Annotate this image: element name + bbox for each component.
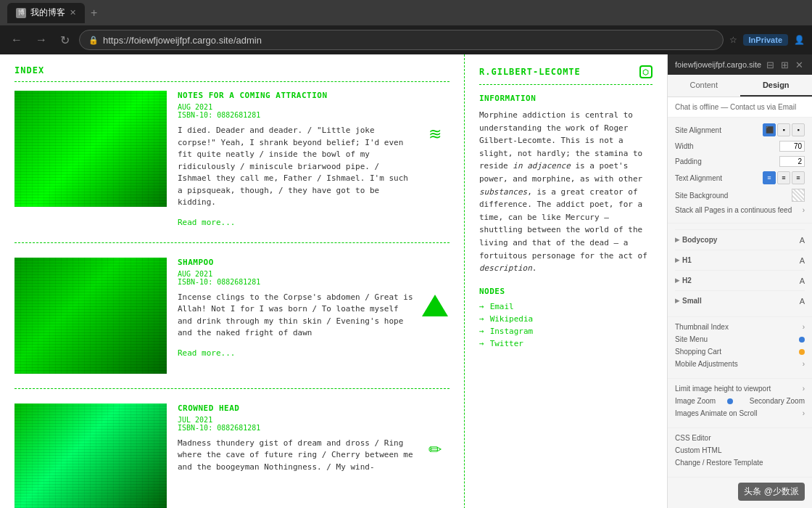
read-more-2[interactable]: Read more...: [178, 348, 235, 358]
node-link-email[interactable]: Email: [490, 302, 652, 311]
custom-html-row[interactable]: Custom HTML: [675, 446, 805, 454]
bodycopy-row[interactable]: ▶ Bodycopy A: [675, 229, 805, 250]
text-align-left-button[interactable]: ≡: [763, 171, 776, 184]
active-tab[interactable]: 博 我的博客 ✕: [7, 3, 85, 23]
site-menu-dot: [799, 337, 805, 343]
post-meta-1: AUG 2021 ISBN-10: 0882681281: [178, 103, 450, 119]
url-bar[interactable]: 🔒 https://foiewfjoweijfpf.cargo.site/adm…: [79, 30, 724, 50]
post-content-1: NOTES FOR A COMING ATTRACTION AUG 2021 I…: [178, 91, 450, 228]
shopping-cart-dot: [799, 349, 805, 355]
alignment-buttons: ⬛ ▪ ▪: [763, 123, 805, 136]
site-alignment-row: Site Alignment ⬛ ▪ ▪: [675, 123, 805, 136]
h1-text: H1: [682, 256, 692, 264]
post-image-inner-1: [14, 91, 167, 207]
padding-input[interactable]: 2: [779, 156, 805, 167]
post-image-inner-3: [14, 403, 167, 509]
text-align-center-button[interactable]: ≡: [777, 171, 790, 184]
information-text: Morphine addiction is central to underst…: [479, 109, 652, 275]
nav-right: ☆ InPrivate 👤: [729, 34, 805, 46]
reload-button[interactable]: ↻: [57, 32, 73, 49]
tab-design[interactable]: Design: [740, 75, 813, 97]
nodes-grid: → Email → Wikipedia → Instagram → Twitte…: [479, 302, 652, 348]
back-button[interactable]: ←: [7, 32, 26, 48]
thumbnail-index-arrow: ›: [803, 323, 805, 331]
text-alignment-buttons: ≡ ≡ ≡: [763, 171, 805, 184]
post-image-pattern-1: [14, 91, 167, 207]
post-content-3: CROWNED HEAD JUL 2021 ISBN-10: 088268128…: [178, 403, 450, 509]
background-pattern-swatch[interactable]: [792, 189, 805, 202]
css-editor-row[interactable]: CSS Editor: [675, 434, 805, 442]
stack-pages-label: Stack all Pages in a continuous feed: [675, 206, 792, 214]
padding-row: Padding 2: [675, 156, 805, 167]
node-link-wikipedia[interactable]: Wikipedia: [490, 314, 652, 324]
instagram-icon[interactable]: ⬡: [639, 65, 652, 78]
text-align-right-button[interactable]: ≡: [792, 171, 805, 184]
limit-image-row: Limit image height to viewport ›: [675, 385, 805, 393]
window-close-button[interactable]: ✕: [793, 59, 805, 70]
new-tab-button[interactable]: +: [88, 7, 100, 20]
post-body-1: I died. Deader and deader. / "Little jok…: [178, 125, 415, 209]
post-image-2: [14, 258, 167, 374]
node-arrow-3: →: [479, 339, 484, 348]
image-zoom-dot: [727, 398, 733, 404]
node-link-instagram[interactable]: Instagram: [490, 327, 652, 336]
admin-header: foiewfjoweijfpf.cargo.site ⊟ ⊞ ✕: [668, 54, 812, 75]
index-label: INDEX: [14, 65, 450, 82]
h1-row[interactable]: ▶ H1 A: [675, 250, 805, 270]
window-max-button[interactable]: ⊞: [779, 59, 790, 70]
post-isbn-2: ISBN-10: 0882681281: [178, 278, 260, 286]
text-alignment-label: Text Alignment: [675, 174, 722, 182]
width-label: Width: [675, 142, 694, 150]
images-animate-row: Images Animate on Scroll ›: [675, 409, 805, 417]
star-icon[interactable]: ☆: [729, 35, 737, 45]
image-zoom-label: Image Zoom: [675, 397, 716, 405]
images-animate-label: Images Animate on Scroll: [675, 409, 757, 417]
width-input[interactable]: 70: [779, 141, 805, 152]
post-image-1: [14, 91, 167, 207]
tab-content[interactable]: Content: [668, 75, 740, 97]
advanced-section: CSS Editor Custom HTML Change / Restore …: [668, 428, 812, 478]
site-menu-row[interactable]: Site Menu: [675, 335, 805, 343]
small-label: ▶ Small: [675, 294, 702, 308]
post-image-inner-2: [14, 258, 167, 374]
post-meta-2: AUG 2021 ISBN-10: 0882681281: [178, 270, 450, 286]
change-template-row[interactable]: Change / Restore Template: [675, 459, 805, 467]
tab-close-button[interactable]: ✕: [70, 8, 76, 17]
shopping-cart-row[interactable]: Shopping Cart: [675, 348, 805, 356]
post-image-pattern-3: [14, 403, 167, 509]
h2-type-icon: A: [800, 276, 805, 285]
change-template-label: Change / Restore Template: [675, 459, 763, 467]
mobile-adjustments-row[interactable]: Mobile Adjustments ›: [675, 360, 805, 368]
small-row[interactable]: ▶ Small A: [675, 290, 805, 311]
site-background-row: Site Background: [675, 189, 805, 202]
limit-image-arrow: ›: [803, 385, 805, 393]
profile-icon[interactable]: 👤: [794, 35, 805, 45]
site-menu-label: Site Menu: [675, 335, 708, 343]
stack-pages-arrow: ›: [803, 206, 805, 214]
node-arrow-0: →: [479, 302, 484, 311]
shopping-cart-label: Shopping Cart: [675, 348, 721, 356]
thumbnail-index-row[interactable]: Thumbnail Index ›: [675, 323, 805, 331]
read-more-1[interactable]: Read more...: [178, 218, 235, 227]
stack-pages-row: Stack all Pages in a continuous feed ›: [675, 206, 805, 214]
images-animate-arrow: ›: [803, 409, 805, 417]
image-section: Limit image height to viewport › Image Z…: [668, 379, 812, 428]
post-date-2: AUG 2021: [178, 270, 212, 278]
h2-row[interactable]: ▶ H2 A: [675, 270, 805, 290]
post-title-3: CROWNED HEAD: [178, 403, 450, 413]
css-editor-label: CSS Editor: [675, 434, 710, 442]
align-center-button[interactable]: ▪: [777, 123, 790, 136]
information-heading: INFORMATION: [479, 94, 652, 103]
post-icon-wavy: ≋: [420, 125, 450, 144]
website-view: INDEX NOTES FOR A COMING ATTRACTION AUG …: [0, 54, 667, 508]
align-right-button[interactable]: ▪: [792, 123, 805, 136]
width-row: Width 70: [675, 141, 805, 152]
post-icon-pencil: ✏: [420, 441, 450, 459]
website-content: INDEX NOTES FOR A COMING ATTRACTION AUG …: [0, 54, 667, 508]
h1-label: ▶ H1: [675, 253, 692, 267]
window-min-button[interactable]: ⊟: [764, 59, 776, 70]
align-left-button[interactable]: ⬛: [763, 123, 776, 136]
forward-button[interactable]: →: [32, 32, 51, 48]
node-link-twitter[interactable]: Twitter: [490, 339, 652, 348]
nodes-heading: NODES: [479, 287, 652, 296]
